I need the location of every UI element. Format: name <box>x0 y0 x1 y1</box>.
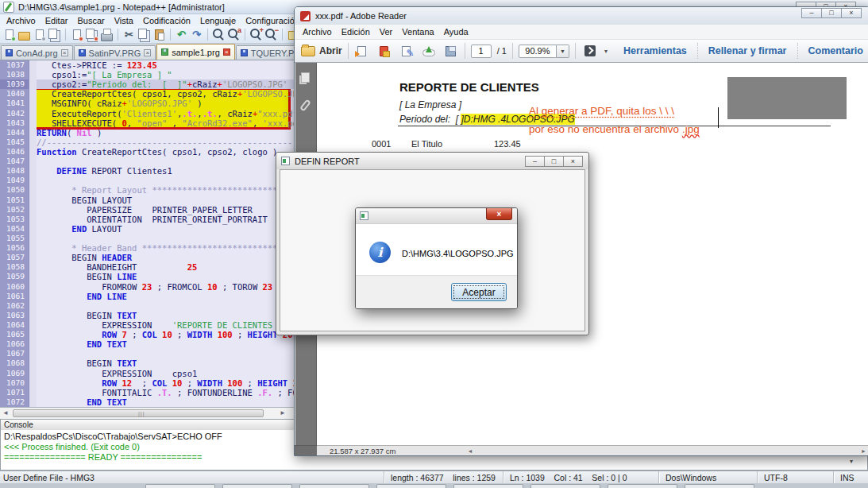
line-number[interactable]: 1052 <box>0 205 29 215</box>
line-number[interactable]: 1047 <box>0 157 29 166</box>
accept-button[interactable]: Aceptar <box>451 283 507 301</box>
line-number[interactable]: 1043 <box>0 118 29 128</box>
line-number[interactable]: 1048 <box>0 166 29 176</box>
tab-close-icon[interactable] <box>61 49 68 56</box>
minimize-button[interactable]: – <box>801 8 822 18</box>
zoom-dropdown-icon[interactable]: ▼ <box>557 45 569 58</box>
taskbar-button[interactable] <box>685 484 754 488</box>
paste-icon[interactable] <box>152 28 166 41</box>
line-number[interactable]: 1039 <box>0 79 29 89</box>
defin-titlebar[interactable]: DEFIN REPORT –□× <box>276 153 588 169</box>
print-icon[interactable] <box>376 44 392 58</box>
replace-icon[interactable]: a <box>227 28 241 41</box>
toolbar-more-icon[interactable]: ▾ <box>604 48 608 55</box>
line-number[interactable]: 1071 <box>0 388 29 397</box>
line-number[interactable]: 1037 <box>0 60 29 70</box>
close-button[interactable]: × <box>841 8 862 18</box>
minimize-button[interactable]: – <box>525 156 545 167</box>
menu-ver[interactable]: Ver <box>375 27 398 37</box>
print-icon[interactable] <box>100 28 114 41</box>
redo-icon[interactable]: ↷ <box>190 28 203 41</box>
line-number[interactable]: 1062 <box>0 301 29 311</box>
hscroll-thumb[interactable]: ||| <box>13 409 264 417</box>
line-number[interactable]: 1053 <box>0 215 29 224</box>
line-number[interactable]: 1067 <box>0 349 29 358</box>
undo-icon[interactable]: ↶ <box>175 28 188 41</box>
save-icon[interactable] <box>33 28 46 41</box>
menu-ayuda[interactable]: Ayuda <box>439 27 473 37</box>
restore-button[interactable]: □ <box>544 156 564 167</box>
line-number[interactable]: 1041 <box>0 99 29 108</box>
close-all-icon[interactable] <box>85 28 98 41</box>
line-number[interactable]: 1070 <box>0 378 29 388</box>
menu-edici-n[interactable]: Edición <box>337 27 375 37</box>
maximize-button[interactable]: □ <box>821 8 842 18</box>
tab-close-icon[interactable] <box>223 48 230 56</box>
line-number[interactable]: 1065 <box>0 330 29 339</box>
menu-buscar[interactable]: Buscar <box>72 16 109 25</box>
tab-satinpv-prg[interactable]: SatinPV.PRG <box>74 45 156 60</box>
zoom-level-input[interactable]: 90.9% <box>519 45 557 58</box>
save-icon[interactable] <box>443 44 459 58</box>
open-folder-icon[interactable] <box>17 28 31 41</box>
line-number[interactable]: 1064 <box>0 320 29 330</box>
line-number[interactable]: 1040 <box>0 89 29 99</box>
menu-lenguaje[interactable]: Lenguaje <box>195 16 241 25</box>
find-icon[interactable] <box>212 28 226 41</box>
menu-archivo[interactable]: Archivo <box>298 27 337 37</box>
line-number[interactable]: 1050 <box>0 185 29 195</box>
close-button[interactable]: × <box>563 156 583 167</box>
line-number[interactable]: 1059 <box>0 272 29 281</box>
page-thumbnails-icon[interactable] <box>301 72 310 83</box>
adobe-titlebar[interactable]: xxx.pdf - Adobe Reader –□× <box>295 7 868 25</box>
tab-conad-prg[interactable]: ConAd.prg <box>1 45 73 60</box>
line-number[interactable]: 1046 <box>0 147 29 157</box>
line-number[interactable]: 1060 <box>0 282 29 292</box>
line-number[interactable]: 1044 <box>0 128 29 137</box>
tab-close-icon[interactable] <box>144 49 151 56</box>
sign-icon[interactable] <box>399 44 415 58</box>
menu-ventana[interactable]: Ventana <box>397 27 438 37</box>
hscroll-left-icon[interactable]: ◄ <box>467 448 473 454</box>
taskbar-button[interactable] <box>299 484 369 488</box>
copy-icon[interactable] <box>137 28 151 41</box>
new-file-icon[interactable] <box>2 28 16 41</box>
taskbar-button[interactable] <box>453 484 523 488</box>
line-number[interactable]: 1055 <box>0 234 29 243</box>
line-number[interactable]: 1049 <box>0 176 29 185</box>
attachments-icon[interactable] <box>299 99 311 111</box>
hscroll-right-icon[interactable]: ► <box>861 448 866 454</box>
console-scroll-down-icon[interactable]: ▾ <box>850 458 853 465</box>
menu-vista[interactable]: Vista <box>110 16 138 25</box>
line-number[interactable]: 1066 <box>0 339 29 349</box>
line-number[interactable]: 1068 <box>0 358 29 368</box>
taskbar-button[interactable] <box>145 484 215 488</box>
line-number[interactable]: 1061 <box>0 292 29 301</box>
menu-codificaci-n[interactable]: Codificación <box>138 16 195 25</box>
panel-button-comentario[interactable]: Comentario <box>797 43 868 59</box>
taskbar-button[interactable] <box>376 484 446 488</box>
fullscreen-mode-icon[interactable] <box>581 44 599 58</box>
message-box-titlebar[interactable]: × <box>356 208 517 224</box>
save-all-icon[interactable] <box>48 28 61 41</box>
menu-editar[interactable]: Editar <box>41 16 73 25</box>
panel-button-rellenar-y-firmar[interactable]: Rellenar y firmar <box>697 43 797 59</box>
line-number[interactable]: 1063 <box>0 311 29 320</box>
page-number-input[interactable]: 1 <box>471 45 492 58</box>
line-number[interactable]: 1072 <box>0 397 29 407</box>
line-number[interactable]: 1042 <box>0 109 29 118</box>
taskbar-button[interactable] <box>222 484 292 488</box>
line-number[interactable]: 1038 <box>0 70 29 79</box>
zoom-in-icon[interactable]: + <box>249 28 263 41</box>
line-number[interactable]: 1057 <box>0 253 29 262</box>
line-number[interactable]: 1045 <box>0 137 29 147</box>
line-number[interactable]: 1051 <box>0 196 29 205</box>
menu-archivo[interactable]: Archivo <box>2 16 41 25</box>
cut-icon[interactable]: ✂ <box>122 28 136 41</box>
panel-button-herramientas[interactable]: Herramientas <box>613 43 697 59</box>
line-number[interactable]: 1058 <box>0 262 29 272</box>
message-box-close-button[interactable]: × <box>486 208 512 220</box>
zoom-out-icon[interactable]: − <box>264 28 278 41</box>
line-number[interactable]: 1054 <box>0 224 29 234</box>
taskbar-button[interactable] <box>608 484 677 488</box>
